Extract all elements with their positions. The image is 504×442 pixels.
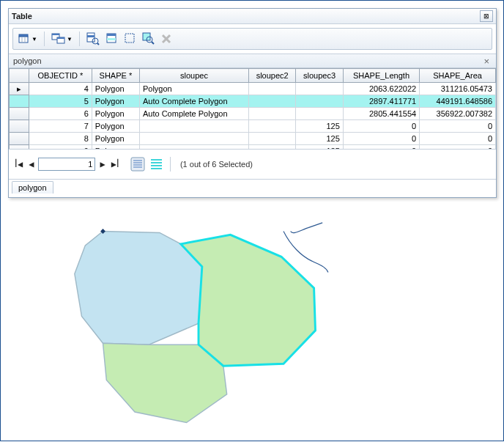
map-canvas[interactable] [8, 221, 495, 433]
table-window: Table ⊠ ▼ ▼ [8, 8, 497, 198]
cell-sloupec2[interactable] [248, 95, 295, 108]
cell-area[interactable]: 0 [420, 120, 496, 133]
cell-sloupec3[interactable]: 125 [296, 120, 343, 133]
table-row[interactable]: 5PolygonAuto Complete Polygon2897.411771… [10, 95, 496, 108]
show-all-records-icon[interactable] [130, 156, 146, 172]
row-header-cell[interactable]: ▸ [10, 83, 29, 95]
table-options-icon[interactable]: ▼ [16, 31, 39, 47]
layer-close-icon[interactable]: × [481, 56, 492, 67]
cell-sloupec2[interactable] [248, 83, 295, 95]
cell-sloupec2[interactable] [248, 108, 295, 120]
col-shape-area[interactable]: SHAPE_Area [420, 69, 496, 83]
svg-rect-5 [52, 34, 59, 35]
svg-rect-15 [125, 34, 134, 43]
row-selector-header[interactable] [10, 69, 29, 83]
cell-objectid[interactable]: 4 [29, 83, 92, 95]
cell-sloupec[interactable]: Auto Complete Polygon [139, 95, 248, 108]
cell-area[interactable]: 311216.05473 [420, 83, 496, 95]
svg-rect-21 [131, 158, 144, 171]
delete-icon[interactable] [160, 31, 173, 47]
selection-status: (1 out of 6 Selected) [180, 160, 253, 169]
table-row[interactable]: 8Polygon12500 [10, 133, 496, 145]
cell-sloupec[interactable]: Polygon [139, 83, 248, 95]
related-tables-icon[interactable]: ▼ [50, 31, 74, 47]
svg-rect-9 [87, 35, 94, 37]
grid-area[interactable]: OBJECTID * SHAPE * sloupec sloupec2 slou… [9, 68, 496, 150]
col-objectid[interactable]: OBJECTID * [29, 69, 92, 83]
col-shape[interactable]: SHAPE * [92, 69, 139, 83]
select-by-attributes-icon[interactable] [85, 31, 101, 47]
cell-length[interactable]: 2805.441554 [343, 108, 419, 120]
cell-objectid[interactable]: 8 [29, 133, 92, 145]
cell-shape[interactable]: Polygon [92, 83, 139, 95]
cell-sloupec3[interactable]: 125 [296, 133, 343, 145]
record-number-input[interactable] [38, 158, 95, 171]
col-shape-length[interactable]: SHAPE_Length [343, 69, 419, 83]
row-header-cell[interactable] [10, 95, 29, 108]
cell-length[interactable]: 0 [343, 120, 419, 133]
svg-rect-14 [107, 38, 116, 40]
cell-objectid[interactable]: 6 [29, 108, 92, 120]
svg-rect-7 [57, 37, 64, 39]
prev-record-button[interactable]: ◀ [27, 159, 35, 169]
header-row: OBJECTID * SHAPE * sloupec sloupec2 slou… [10, 69, 496, 83]
layer-bar: polygon × [9, 54, 496, 68]
row-header-cell[interactable] [10, 108, 29, 120]
clear-selection-icon[interactable] [123, 31, 138, 47]
cell-length[interactable]: 2897.411771 [343, 95, 419, 108]
cell-length[interactable]: 2063.622022 [343, 83, 419, 95]
table-row[interactable]: ▸4PolygonPolygon2063.622022311216.05473 [10, 83, 496, 95]
cell-sloupec[interactable] [139, 133, 248, 145]
toolbar: ▼ ▼ [12, 28, 492, 50]
svg-rect-1 [19, 37, 28, 43]
tab-bar: polygon [9, 180, 496, 197]
cell-shape[interactable]: Polygon [92, 95, 139, 108]
svg-rect-13 [107, 34, 116, 36]
title-bar[interactable]: Table ⊠ [9, 9, 496, 24]
record-navigator: ꟾ◀ ◀ ▶ ▶ꟾ (1 out of 6 Selected) [9, 150, 496, 180]
close-button[interactable]: ⊠ [480, 10, 493, 22]
cell-objectid[interactable]: 5 [29, 95, 92, 108]
attribute-table: OBJECTID * SHAPE * sloupec sloupec2 slou… [9, 68, 496, 150]
window-title: Table [12, 12, 480, 21]
cell-area[interactable]: 0 [420, 133, 496, 145]
svg-line-18 [152, 42, 154, 44]
next-record-button[interactable]: ▶ [98, 159, 106, 169]
cell-sloupec3[interactable] [296, 83, 343, 95]
cell-sloupec2[interactable] [248, 120, 295, 133]
svg-line-11 [97, 43, 99, 45]
table-row[interactable]: 6PolygonAuto Complete Polygon2805.441554… [10, 108, 496, 120]
tab-polygon[interactable]: polygon [12, 181, 53, 194]
cell-sloupec[interactable] [139, 120, 248, 133]
last-record-button[interactable]: ▶ꟾ [110, 159, 121, 169]
first-record-button[interactable]: ꟾ◀ [13, 159, 24, 169]
cell-objectid[interactable]: 7 [29, 120, 92, 133]
cell-shape[interactable]: Polygon [92, 133, 139, 145]
col-sloupec3[interactable]: sloupec3 [296, 69, 343, 83]
cell-shape[interactable]: Polygon [92, 108, 139, 120]
cell-length[interactable]: 0 [343, 133, 419, 145]
col-sloupec[interactable]: sloupec [139, 69, 248, 83]
row-header-cell[interactable] [10, 120, 29, 133]
cell-area[interactable]: 449191.648586 [420, 95, 496, 108]
show-selected-records-icon[interactable] [149, 156, 165, 172]
cell-shape[interactable]: Polygon [92, 120, 139, 133]
layer-name: polygon [13, 56, 481, 65]
zoom-selected-icon[interactable] [141, 31, 157, 47]
cell-sloupec[interactable]: Auto Complete Polygon [139, 108, 248, 120]
cell-area[interactable]: 356922.007382 [420, 108, 496, 120]
cell-sloupec3[interactable] [296, 95, 343, 108]
switch-selection-icon[interactable] [104, 31, 120, 47]
col-sloupec2[interactable]: sloupec2 [248, 69, 295, 83]
cell-sloupec2[interactable] [248, 133, 295, 145]
row-header-cell[interactable] [10, 133, 29, 145]
cell-sloupec3[interactable] [296, 108, 343, 120]
table-row[interactable]: 7Polygon12500 [10, 120, 496, 133]
